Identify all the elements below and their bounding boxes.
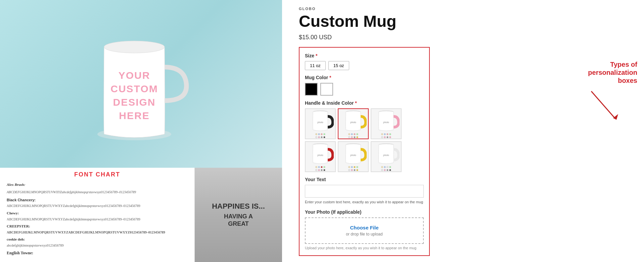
size-buttons-group: 11 oz 15 oz: [305, 61, 424, 70]
font-chart-section: FONT CHART Alex Brush: ABCDEFGHIJKLMNOPQ…: [0, 168, 282, 262]
dot: [315, 166, 317, 168]
annotation-text: Types ofpersonalizationboxes: [588, 60, 637, 85]
dot: [351, 136, 353, 138]
happiness-text: HAPPINES IS...: [212, 202, 265, 210]
font-name-1: Alex Brush:: [7, 182, 25, 187]
handle-color-grid: photo: [305, 108, 424, 172]
font-chart-title: FONT CHART: [7, 171, 188, 178]
dot: [351, 166, 353, 168]
dot-bottom-row-4: [314, 169, 327, 171]
handle-color-label: Handle & Inside Color *: [305, 100, 424, 106]
dot-row-5: [347, 165, 360, 169]
choose-file-button[interactable]: Choose File: [350, 225, 378, 230]
handle-color-light[interactable]: photo: [371, 141, 402, 172]
svg-text:photo: photo: [317, 121, 323, 124]
dot: [318, 136, 320, 138]
dot: [356, 169, 358, 171]
dot: [315, 133, 317, 135]
font-name-5: cookie doh:: [7, 237, 25, 241]
dot: [384, 136, 386, 138]
dot: [389, 136, 391, 138]
size-11oz-button[interactable]: 11 oz: [305, 61, 326, 70]
product-image: YOUR CUSTOM DESIGN HERE: [0, 0, 282, 168]
color-swatch-white[interactable]: [320, 83, 333, 96]
dot: [381, 166, 383, 168]
dot: [384, 169, 386, 171]
mug-color-required-star: *: [329, 75, 331, 80]
dot: [354, 136, 356, 138]
dot: [386, 136, 388, 138]
font-chart-right: HAPPINES IS... HAVING AGREAT: [195, 168, 282, 262]
size-required-star: *: [316, 53, 317, 58]
dot: [348, 133, 350, 135]
size-15oz-button[interactable]: 15 oz: [328, 61, 349, 70]
dot: [381, 136, 383, 138]
dot: [384, 133, 386, 135]
dot: [318, 133, 320, 135]
dot-row-2: [347, 133, 360, 136]
your-text-section-label: Your Text: [305, 177, 424, 182]
dot: [354, 169, 356, 171]
svg-text:photo: photo: [383, 121, 389, 124]
dot-row-6: [380, 165, 393, 169]
font-name-2: Black Chancery:: [7, 198, 36, 202]
product-price: $15.00 USD: [299, 34, 631, 41]
text-input-hint: Enter your custom text here, exactly as …: [305, 200, 424, 205]
svg-text:photo: photo: [317, 154, 323, 157]
color-swatch-black[interactable]: [305, 83, 318, 96]
your-text-input[interactable]: [305, 185, 424, 198]
dot-row-4: [314, 165, 327, 169]
dot: [318, 169, 320, 171]
dot: [386, 166, 388, 168]
annotation-container: Types ofpersonalizationboxes: [588, 60, 637, 123]
svg-text:CUSTOM: CUSTOM: [110, 83, 158, 94]
dot-bottom-row-2: [347, 136, 360, 139]
upload-area[interactable]: Choose File or drop file to upload: [305, 217, 424, 244]
right-panel: GLOBO Custom Mug $15.00 USD Size * 11 oz…: [282, 0, 644, 262]
svg-text:YOUR: YOUR: [119, 70, 150, 81]
dot: [323, 136, 325, 138]
color-swatches-group: [305, 83, 424, 96]
upload-hint: Upload your photo here, exactly as you w…: [305, 246, 424, 250]
font-sample-1: ABCDEFGHIJKLMNOPQRSTUVWXYZabcdefghijklmn…: [7, 190, 136, 194]
font-sample-5: abcdefghijklmnopqrstuvwxyz0123456789: [7, 244, 63, 247]
dot: [354, 133, 356, 135]
dot: [356, 166, 358, 168]
handle-color-yellow-2[interactable]: photo: [338, 141, 369, 172]
dot-row-1: [314, 133, 327, 136]
left-panel: YOUR CUSTOM DESIGN HERE FONT CHART Alex …: [0, 0, 282, 262]
dot: [386, 169, 388, 171]
dot: [381, 169, 383, 171]
svg-text:photo: photo: [350, 154, 356, 157]
dot-row-3: [380, 133, 393, 136]
happiness-sub: HAVING AGREAT: [224, 213, 253, 227]
dot: [318, 166, 320, 168]
dot: [356, 133, 358, 135]
handle-color-red-dark[interactable]: photo: [305, 141, 336, 172]
font-sample-4: ABCDEFGHIJKLMNOPQRSTUVWXYZabcdefghijklmn…: [7, 230, 165, 234]
dot: [321, 133, 323, 135]
dot-bottom-row-3: [380, 136, 393, 139]
mug-svg: YOUR CUSTOM DESIGN HERE: [71, 20, 212, 148]
dot: [384, 166, 386, 168]
dot: [351, 133, 353, 135]
handle-color-pink[interactable]: photo: [371, 108, 402, 139]
dot: [348, 166, 350, 168]
dot-bottom-row-1: [314, 136, 327, 139]
dot: [321, 166, 323, 168]
handle-color-black[interactable]: photo: [305, 108, 336, 139]
font-chart-left: FONT CHART Alex Brush: ABCDEFGHIJKLMNOPQ…: [0, 168, 195, 262]
dot: [351, 169, 353, 171]
font-sample-3: ABCDEFGHIJKLMNOPQRSTUVWXYZabcdefghijklmn…: [7, 217, 140, 221]
dot: [321, 169, 323, 171]
handle-color-yellow[interactable]: photo: [338, 108, 369, 139]
dot: [389, 169, 391, 171]
dot: [348, 136, 350, 138]
dot: [389, 166, 391, 168]
dot: [381, 133, 383, 135]
dot-bottom-row-6: [380, 169, 393, 171]
font-name-4: CREEPSTER:: [7, 224, 30, 228]
dot: [323, 133, 325, 135]
handle-color-required-star: *: [355, 100, 357, 106]
mug-color-label: Mug Color *: [305, 75, 424, 80]
